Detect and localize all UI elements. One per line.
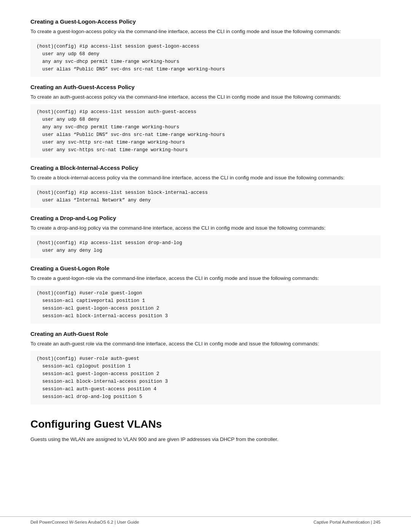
section-code-auth-guest-access: (host)(config) #ip access-list session a… xyxy=(30,104,381,158)
section-body-guest-logon-access: To create a guest-logon-access policy vi… xyxy=(30,28,381,36)
section-body-guest-logon-role: To create a guest-logon-role via the com… xyxy=(30,275,381,283)
section-heading-block-internal-access: Creating a Block-Internal-Access Policy xyxy=(30,165,381,171)
chapter-body: Guests using the WLAN are assigned to VL… xyxy=(30,436,381,444)
section-auth-guest-role: Creating an Auth-Guest RoleTo create an … xyxy=(30,331,381,404)
section-heading-guest-logon-role: Creating a Guest-Logon Role xyxy=(30,265,381,272)
sections-container: Creating a Guest-Logon-Access PolicyTo c… xyxy=(30,18,381,404)
section-guest-logon-role: Creating a Guest-Logon RoleTo create a g… xyxy=(30,265,381,324)
section-body-auth-guest-role: To create an auth-guest role via the com… xyxy=(30,340,381,348)
section-block-internal-access: Creating a Block-Internal-Access PolicyT… xyxy=(30,165,381,208)
footer: Dell PowerConnect W-Series ArubaOS 6.2 |… xyxy=(0,516,411,524)
section-auth-guest-access: Creating an Auth-Guest-Access PolicyTo c… xyxy=(30,84,381,158)
footer-left: Dell PowerConnect W-Series ArubaOS 6.2 |… xyxy=(30,520,139,524)
section-body-block-internal-access: To create a block-internal-access policy… xyxy=(30,174,381,182)
footer-right: Captive Portal Authentication | 245 xyxy=(314,520,381,524)
section-body-auth-guest-access: To create an auth-guest-access policy vi… xyxy=(30,93,381,101)
section-guest-logon-access: Creating a Guest-Logon-Access PolicyTo c… xyxy=(30,18,381,77)
section-code-block-internal-access: (host)(config) #ip access-list session b… xyxy=(30,185,381,208)
section-drop-and-log: Creating a Drop-and-Log PolicyTo create … xyxy=(30,215,381,258)
section-heading-guest-logon-access: Creating a Guest-Logon-Access Policy xyxy=(30,18,381,25)
section-code-auth-guest-role: (host)(config) #user-role auth-guest ses… xyxy=(30,351,381,404)
section-heading-drop-and-log: Creating a Drop-and-Log Policy xyxy=(30,215,381,221)
section-heading-auth-guest-role: Creating an Auth-Guest Role xyxy=(30,331,381,337)
section-code-drop-and-log: (host)(config) #ip access-list session d… xyxy=(30,235,381,258)
chapter-heading: Configuring Guest VLANs xyxy=(30,418,381,430)
page-container: Creating a Guest-Logon-Access PolicyTo c… xyxy=(0,0,411,469)
section-body-drop-and-log: To create a drop-and-log policy via the … xyxy=(30,224,381,232)
section-heading-auth-guest-access: Creating an Auth-Guest-Access Policy xyxy=(30,84,381,90)
section-code-guest-logon-access: (host)(config) #ip access-list session g… xyxy=(30,39,381,77)
section-code-guest-logon-role: (host)(config) #user-role guest-logon se… xyxy=(30,286,381,324)
